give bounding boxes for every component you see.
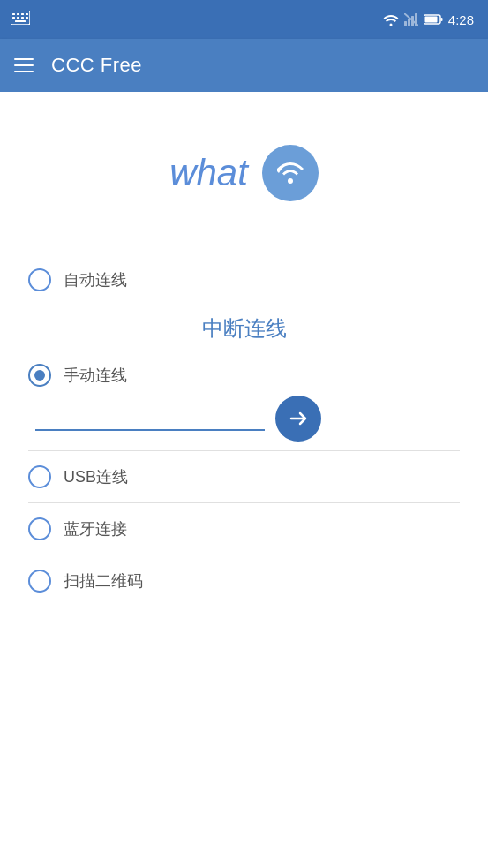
wifi-status-section: what	[21, 145, 467, 201]
svg-rect-5	[12, 17, 15, 19]
wifi-status-text: what	[169, 152, 248, 194]
svg-rect-16	[440, 18, 442, 21]
connection-options: 自动连线 中断连线 手动连线 USB连线	[21, 254, 467, 607]
disconnect-label: 中断连线	[21, 306, 467, 357]
svg-rect-7	[21, 17, 24, 19]
svg-rect-17	[424, 17, 437, 23]
qrcode-scan-radio[interactable]	[28, 570, 51, 593]
connect-arrow-button[interactable]	[275, 396, 321, 442]
svg-rect-8	[26, 17, 28, 19]
svg-rect-6	[17, 17, 19, 19]
bluetooth-connect-label: 蓝牙连接	[64, 518, 127, 540]
usb-connect-option[interactable]: USB连线	[21, 451, 467, 502]
bluetooth-connect-option[interactable]: 蓝牙连接	[21, 503, 467, 555]
hamburger-menu-button[interactable]	[14, 58, 34, 72]
manual-connect-section: 手动连线	[21, 357, 467, 450]
status-bar: 4:28	[0, 0, 488, 39]
auto-connect-option[interactable]: 自动连线	[21, 254, 467, 306]
svg-rect-3	[21, 13, 24, 15]
manual-connect-label-row: 手动连线	[28, 364, 460, 387]
main-content: what 自动连线 中断连线 手动连线	[0, 92, 488, 868]
svg-rect-10	[404, 21, 407, 26]
manual-connect-input[interactable]	[35, 406, 265, 431]
bluetooth-connect-radio[interactable]	[28, 517, 51, 540]
app-title: CCC Free	[51, 54, 142, 77]
wifi-status-icon	[383, 13, 399, 26]
manual-connect-label: 手动连线	[64, 365, 127, 386]
usb-connect-radio[interactable]	[28, 465, 51, 488]
svg-rect-11	[408, 19, 410, 26]
qrcode-scan-label: 扫描二维码	[64, 570, 143, 592]
usb-connect-label: USB连线	[64, 466, 128, 487]
svg-rect-1	[12, 13, 15, 15]
status-bar-right: 4:28	[383, 12, 474, 27]
manual-connect-input-row	[28, 396, 460, 442]
qrcode-scan-option[interactable]: 扫描二维码	[21, 555, 467, 607]
keyboard-icon	[11, 11, 30, 28]
toolbar: CCC Free	[0, 39, 488, 92]
svg-point-18	[288, 178, 293, 184]
svg-rect-9	[15, 20, 26, 22]
wifi-icon-circle	[262, 145, 319, 201]
svg-rect-4	[26, 13, 28, 15]
manual-connect-radio[interactable]	[28, 364, 51, 387]
status-time: 4:28	[448, 12, 474, 27]
auto-connect-label: 自动连线	[64, 269, 127, 291]
signal-icon	[404, 13, 418, 26]
battery-icon	[424, 14, 443, 25]
wifi-icon	[274, 156, 307, 190]
svg-rect-2	[17, 13, 19, 15]
auto-connect-radio[interactable]	[28, 268, 51, 291]
